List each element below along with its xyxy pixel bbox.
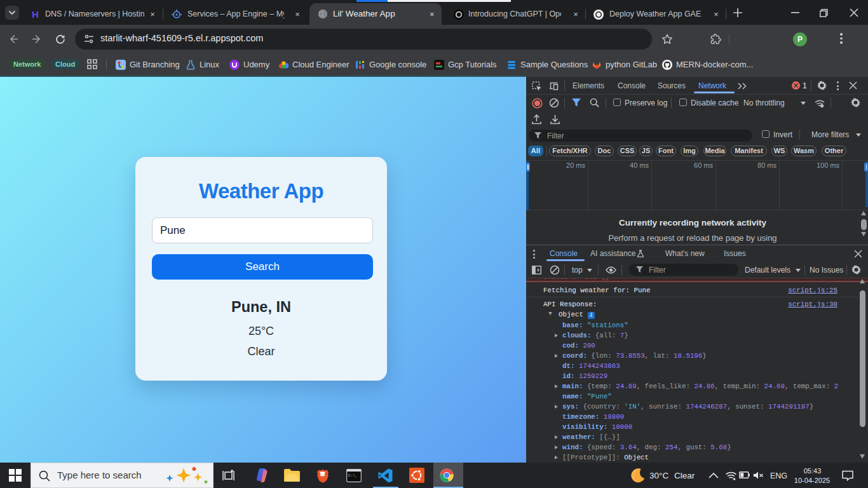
svg-text:C:\_: C:\_: [348, 473, 358, 478]
